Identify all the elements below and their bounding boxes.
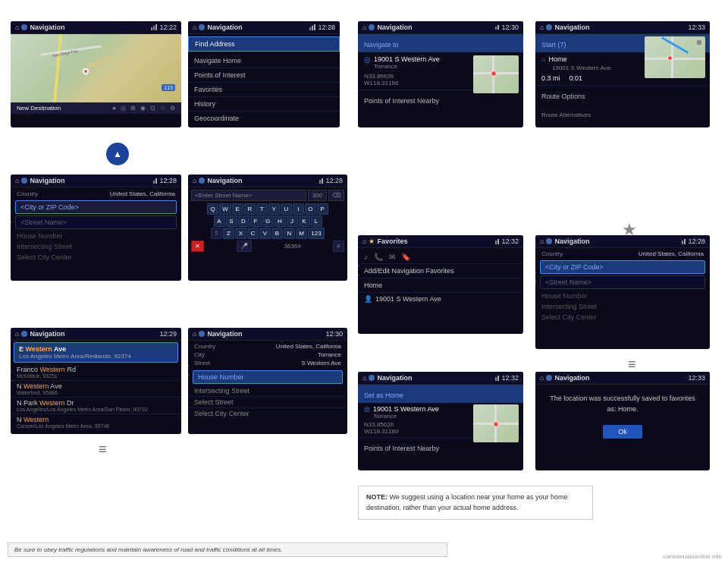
panel-4-time: 12:33 [688, 24, 705, 31]
count2-display: 36364 [284, 243, 300, 250]
result-1[interactable]: E Western Ave Los Angeles Metro Area/Red… [14, 342, 178, 363]
backspace-key[interactable]: ⌫ [328, 190, 344, 201]
menu-favorites[interactable]: Favorites [188, 83, 340, 97]
key-shift[interactable]: ⇧ [211, 228, 222, 239]
intersecting-p5[interactable]: Intersecting Street [11, 241, 181, 252]
house-num-p10[interactable]: House Number [535, 291, 710, 301]
key-v[interactable]: V [259, 228, 271, 239]
panel-7-header: ⌂ Navigation 12:29 [11, 328, 181, 341]
fav-home[interactable]: Home [358, 278, 523, 293]
chevron-p8[interactable]: ❮ [188, 363, 191, 376]
panel-7-time: 12:29 [159, 330, 177, 338]
key-clear[interactable]: ✕ [191, 241, 204, 252]
key-g[interactable]: G [262, 215, 274, 227]
ok-button[interactable]: Ok [603, 425, 642, 439]
menu-poi[interactable]: Points of Interest [188, 68, 340, 83]
street-name-input[interactable]: <Enter Street Name> [191, 190, 306, 201]
key-f[interactable]: F [250, 215, 262, 227]
panel-10-time: 12:28 [688, 237, 705, 245]
panel-3-title: Navigation [377, 24, 412, 31]
panel-9-time: 12:32 [501, 237, 519, 245]
key-e[interactable]: E [232, 203, 243, 215]
menu-find-address[interactable]: Find Address [188, 36, 340, 52]
key-z[interactable]: Z [223, 228, 234, 239]
key-t[interactable]: T [256, 203, 268, 215]
key-w[interactable]: W [219, 203, 231, 215]
key-a[interactable]: A [214, 215, 225, 227]
chevron-p10[interactable]: ❮ [535, 271, 538, 283]
key-mic[interactable]: 🎤 [237, 241, 252, 252]
panel-8-header: ⌂ Navigation 12:30 [188, 328, 347, 341]
result-2[interactable]: Franco Western Rd McKittrick, 93251 [11, 364, 181, 381]
key-x[interactable]: X [235, 228, 246, 239]
key-123[interactable]: 123 [308, 228, 325, 239]
city-zip-input[interactable]: <City or ZIP Code> [15, 200, 177, 214]
panel-4-route-alt[interactable]: Route Alternatives [535, 104, 710, 122]
disclaimer: Be sure to obey traffic regulations and … [8, 543, 447, 557]
panel-6-content: <Enter Street Name> 300 ⌫ Q W E R T Y U … [188, 187, 347, 254]
intersecting-p8[interactable]: Intersecting Street [188, 385, 347, 397]
panel-5: ⌂ Navigation 12:28 ❮ Country United Stat… [11, 175, 181, 281]
fav-add-edit[interactable]: Add/Edit Navigation Favorites [358, 264, 523, 278]
street-input-p10[interactable]: <Street Name> [540, 275, 705, 289]
key-r[interactable]: R [244, 203, 256, 215]
panel-9-title: Favorites [377, 237, 407, 245]
key-n[interactable]: N [284, 228, 295, 239]
key-y[interactable]: Y [268, 203, 280, 215]
key-c[interactable]: C [247, 228, 259, 239]
panel-3-body: ◎ 19001 S Western Ave Torrance N33.85626… [358, 52, 523, 90]
fav-address[interactable]: 👤 19001 S Western Ave [358, 293, 523, 305]
select-city-p10[interactable]: Select City Center [535, 312, 710, 322]
key-l[interactable]: L [311, 215, 322, 227]
result-3[interactable]: N Western Ave Waterford, 95386 [11, 381, 181, 398]
result-4[interactable]: N Park Western Dr Los Angeles/Los Angele… [11, 398, 181, 414]
panel-11-time: 12:32 [501, 374, 519, 382]
intersecting-p10[interactable]: Intersecting Street [535, 301, 710, 312]
key-u[interactable]: U [281, 203, 292, 215]
key-b[interactable]: B [271, 228, 283, 239]
key-p[interactable]: P [317, 203, 328, 215]
keyboard-row-3: ⇧ Z X C V B N M 123 [191, 228, 344, 239]
select-city-p8[interactable]: Select City Center [188, 408, 347, 419]
house-num-p5[interactable]: House Number [11, 231, 181, 241]
key-k[interactable]: K [299, 215, 310, 227]
chevron-p2[interactable]: ❮ [188, 63, 190, 75]
key-m[interactable]: M [296, 228, 307, 239]
nav-icon-p10 [546, 238, 552, 244]
panel-12: ⌂ Navigation 12:33 The location was succ… [535, 372, 710, 470]
key-q[interactable]: Q [207, 203, 218, 215]
panel-3-minimap [473, 55, 519, 93]
menu-history[interactable]: History [188, 97, 340, 112]
menu-navigate-home[interactable]: Navigate Home [188, 54, 340, 68]
street-input[interactable]: <Street Name> [15, 215, 177, 229]
city-zip-input-p10[interactable]: <City or ZIP Code> [540, 260, 705, 274]
chevron-p9[interactable]: ❮ [358, 263, 361, 275]
panel-6-header: ⌂ Navigation 12:28 [188, 175, 347, 187]
key-i[interactable]: I [293, 203, 304, 215]
home-icon-p12: ⌂ [540, 374, 544, 382]
select-street-p8[interactable]: Select Street [188, 397, 347, 408]
key-j[interactable]: J [287, 215, 298, 227]
count-display: 300 [308, 190, 327, 201]
panel-1: ⌂ Navigation 12:22 San Diego Fwy 113 [11, 21, 181, 127]
disclaimer-text: Be sure to obey traffic regulations and … [14, 546, 283, 553]
loc-icon-p11: ◎ [364, 405, 370, 413]
nav-icon-p3 [369, 24, 375, 30]
result-5[interactable]: N Western Carson/Los Angeles Metro Area,… [11, 414, 181, 430]
menu-geocoord[interactable]: Geocoordinate [188, 112, 340, 125]
panel-2-content: ❮ Find Address Navigate Home Points of I… [188, 36, 340, 125]
panel-11-title: Navigation [377, 374, 412, 382]
chevron-p7[interactable]: ❮ [11, 369, 14, 381]
house-num-selected[interactable]: House Number [193, 370, 343, 384]
key-h[interactable]: H [275, 215, 286, 227]
blue-arrow-icon: ▲ [106, 143, 129, 165]
nav-icon-p2 [199, 24, 205, 30]
key-d[interactable]: D [238, 215, 249, 227]
chevron-p5[interactable]: ❮ [11, 210, 14, 222]
panel-4-route-options[interactable]: Route Options [535, 85, 710, 104]
key-list[interactable]: ≡ [333, 241, 344, 252]
select-city-p5[interactable]: Select City Center [11, 252, 181, 263]
key-o[interactable]: O [305, 203, 316, 215]
home-icon-p10: ⌂ [540, 237, 544, 245]
key-s[interactable]: S [226, 215, 237, 227]
